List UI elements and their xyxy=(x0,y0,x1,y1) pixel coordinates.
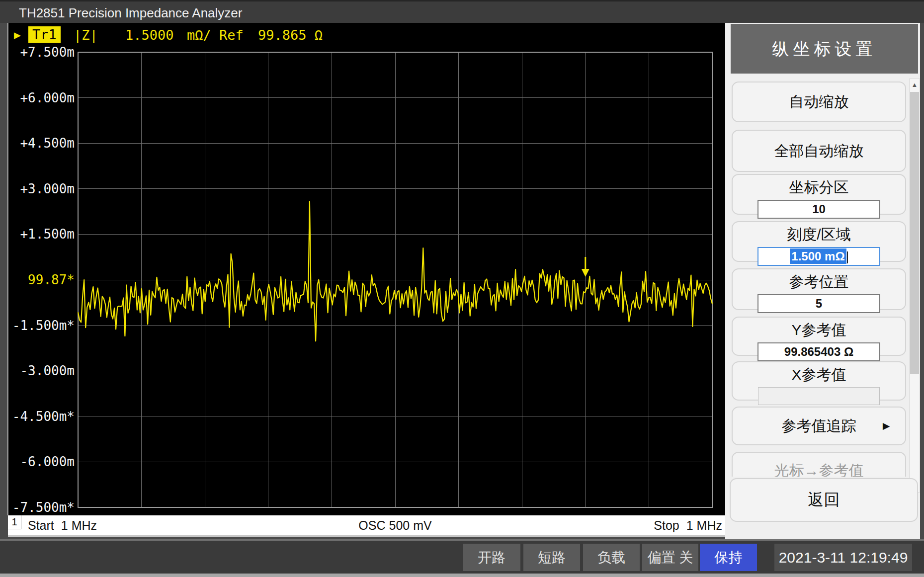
y-reference-label: Y参考值 xyxy=(733,320,905,340)
y-axis-label: +7.500m xyxy=(4,45,75,60)
start-value: 1 MHz xyxy=(61,518,97,532)
y-reference-value: 99.865403 Ω xyxy=(784,345,853,358)
x-axis-strip: 1 Start1 MHz OSC 500 mV Stop1 MHz xyxy=(8,515,725,537)
scale-per-division-input[interactable]: 1.500 mΩ xyxy=(757,247,880,266)
scale-per-division-label: 刻度/区域 xyxy=(733,225,905,245)
stop-frequency: Stop1 MHz xyxy=(654,518,722,533)
back-label: 返回 xyxy=(731,489,917,511)
short-circuit-correction-button[interactable]: 短路 xyxy=(523,544,580,571)
y-reference-input[interactable]: 99.865403 Ω xyxy=(757,342,880,361)
channel-indicator: 1 xyxy=(8,515,21,529)
open-circuit-correction-button[interactable]: 开路 xyxy=(463,544,520,571)
scroll-up-arrow[interactable]: ▲ xyxy=(910,79,920,91)
reference-position-value: 5 xyxy=(816,297,822,310)
trace-parameter: |Z| xyxy=(74,27,98,43)
vertical-axis-settings-panel: 纵坐标设置 自动缩放 全部自动缩放 坐标分区 10 刻度/区域 1.500 mΩ… xyxy=(725,23,920,539)
y-axis-label: +3.000m xyxy=(4,181,75,196)
x-reference-group[interactable]: X参考值 xyxy=(732,361,906,401)
trace-marker-icon: ▶ xyxy=(14,28,21,41)
start-frequency: Start1 MHz xyxy=(28,518,97,533)
reference-tracking-label: 参考值追踪 xyxy=(733,416,905,436)
trace-scale-value: 1.5000 xyxy=(125,27,174,43)
text-caret xyxy=(847,251,848,263)
y-axis-label: +4.500m xyxy=(4,136,75,151)
trace-scale-unit: mΩ/ xyxy=(187,27,211,43)
reference-position-input[interactable]: 5 xyxy=(757,294,880,313)
scroll-thumb[interactable] xyxy=(910,92,919,374)
x-reference-label: X参考值 xyxy=(733,365,905,385)
panel-title: 纵坐标设置 xyxy=(731,24,918,74)
y-axis-label: 99.87* xyxy=(4,272,75,287)
x-reference-input[interactable] xyxy=(758,387,880,405)
reference-position-label: 参考位置 xyxy=(733,272,905,292)
status-bar: 开路 短路 负载 偏置 关 保持 2021-3-11 12:19:49 xyxy=(0,539,924,577)
hold-button[interactable]: 保持 xyxy=(700,544,757,571)
scale-per-division-group[interactable]: 刻度/区域 1.500 mΩ xyxy=(732,221,906,262)
load-correction-button[interactable]: 负载 xyxy=(583,544,640,571)
divisions-label: 坐标分区 xyxy=(733,177,905,198)
stop-value: 1 MHz xyxy=(686,518,722,532)
datetime-display: 2021-3-11 12:19:49 xyxy=(774,544,912,571)
y-axis-label: +6.000m xyxy=(4,90,75,105)
submenu-arrow-icon: ► xyxy=(880,419,892,433)
y-reference-group[interactable]: Y参考值 99.865403 Ω xyxy=(732,317,906,356)
bias-toggle-button[interactable]: 偏置 关 xyxy=(642,544,698,571)
reference-position-group[interactable]: 参考位置 5 xyxy=(732,268,906,310)
reference-tracking-button[interactable]: 参考值追踪 ► xyxy=(732,407,906,445)
auto-scale-button[interactable]: 自动缩放 xyxy=(732,82,906,122)
divisions-input[interactable]: 10 xyxy=(757,200,880,219)
back-button[interactable]: 返回 xyxy=(730,478,918,522)
reference-value: 99.865 Ω xyxy=(258,27,323,43)
start-label: Start xyxy=(28,518,54,532)
sidebar-scrollbar[interactable]: ▲ ▼ xyxy=(909,79,920,493)
analyzer-window: TH2851 Precision Impedance Analyzer ▶ Tr… xyxy=(0,0,924,577)
y-axis-label: -1.500m* xyxy=(4,318,75,333)
scale-per-division-value: 1.500 mΩ xyxy=(790,248,846,264)
marker-arrow-icon xyxy=(582,269,589,277)
divisions-value: 10 xyxy=(812,202,826,216)
y-axis-label: -3.000m xyxy=(4,363,75,378)
y-axis-label: -6.000m xyxy=(4,454,75,469)
y-axis-label: +1.500m xyxy=(4,227,75,242)
stop-label: Stop xyxy=(654,518,679,532)
reference-label: Ref xyxy=(219,27,244,43)
auto-scale-all-label: 全部自动缩放 xyxy=(733,141,905,161)
y-axis-label: -4.500m* xyxy=(4,409,75,424)
bottom-edge xyxy=(0,574,924,577)
y-axis-label: -7.500m* xyxy=(4,500,75,515)
osc-level: OSC 500 mV xyxy=(358,518,431,533)
cursor-to-reference-button[interactable]: 光标→参考值 xyxy=(732,452,906,477)
auto-scale-all-button[interactable]: 全部自动缩放 xyxy=(732,130,906,172)
divisions-group[interactable]: 坐标分区 10 xyxy=(732,174,906,215)
auto-scale-label: 自动缩放 xyxy=(733,92,905,112)
trace-selector[interactable]: Tr1 xyxy=(28,26,61,43)
cursor-to-reference-label: 光标→参考值 xyxy=(733,461,905,477)
